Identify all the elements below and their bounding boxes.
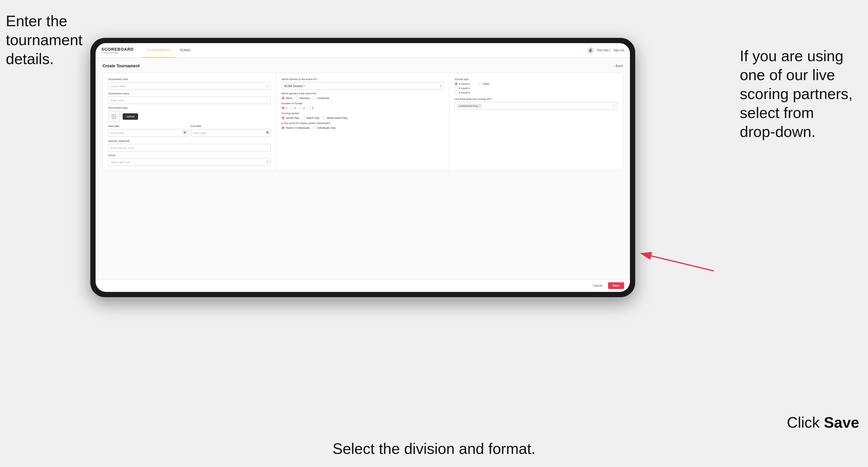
annotation-bottomright: Click Save [787,413,859,432]
host-input[interactable] [108,82,271,90]
individuals-option[interactable]: Individuals Only [313,126,336,129]
content-area: Create Tournament ‹ Back Tournament Host… [96,58,630,279]
round-2[interactable]: 2 [290,106,296,110]
svg-point-6 [113,115,113,116]
avatar: 👤 [587,47,594,54]
round-4[interactable]: 4 [308,106,313,110]
live-scoring-dropdown-icon: ▾ [613,104,615,107]
scoring-label: Scoring system [281,112,444,115]
radio-mens[interactable] [281,96,285,100]
radio-round-4[interactable] [308,106,311,110]
radio-stroke[interactable] [281,116,285,119]
annotation-topright: If you are using one of our live scoring… [740,46,862,141]
form-col-3: Format type 5 count 4 [449,73,623,170]
scoring-match[interactable]: Match Play [302,116,320,119]
teams-radio-group: Teams (+Individuals) Individuals Only [281,126,444,129]
radio-round-1[interactable] [281,106,285,110]
radio-6count4[interactable] [455,87,458,90]
scoring-stroke[interactable]: Stroke Play [281,116,299,119]
signout-link[interactable]: Sign out [613,49,624,52]
nav-bar: SCOREBOARD Powered by Clippit TOURNAMENT… [96,43,630,58]
gender-label: Which gender is the event for? [281,92,444,95]
format-options: 5 count 4 6 count 4 [455,82,470,95]
upload-button[interactable]: Upload [123,113,138,120]
logo-placeholder [108,111,120,122]
radio-round-3[interactable] [299,106,302,110]
page-header: Create Tournament ‹ Back [102,63,623,68]
radio-round-2[interactable] [290,106,293,110]
division-select[interactable]: NCAA Division I [281,82,444,90]
save-button[interactable]: Save [608,282,624,289]
start-date-input[interactable] [108,129,188,137]
other-option: Other [478,82,490,85]
teams-label: Is this event for Teams and/or Individua… [281,122,444,125]
radio-6count5[interactable] [455,91,458,94]
venue-label: Venue [108,154,271,157]
end-date-input[interactable] [191,129,271,137]
radio-teams[interactable] [281,126,285,129]
radio-other[interactable] [478,82,482,85]
logo-upload-area: Upload [108,111,271,122]
nav-logo-sub: Powered by Clippit [101,52,134,54]
cancel-button[interactable]: Cancel [590,282,605,289]
format-6count5[interactable]: 6 count 5 [455,91,470,94]
page-title: Create Tournament [102,63,140,68]
radio-5count4[interactable] [455,82,458,85]
format-6count4[interactable]: 6 count 4 [455,87,470,90]
nav-link-teams[interactable]: TEAMS [176,43,195,58]
nav-links: TOURNAMENTS TEAMS [143,43,195,58]
tablet-frame: SCOREBOARD Powered by Clippit TOURNAMENT… [90,38,635,297]
format-row-1: 5 count 4 [455,82,470,85]
radio-individuals[interactable] [313,126,316,129]
rounds-radio-group: 1 2 3 4 [281,106,444,110]
annotation-bottom: Select the division and format. [333,439,535,458]
end-date-field: End date 📅 [191,125,271,137]
sponsor-input[interactable] [108,144,271,152]
form-col-1: Tournament Host Tournament name Tourname… [103,73,276,170]
division-label: Which division is the event for? [281,78,444,81]
round-1[interactable]: 1 [281,106,287,110]
radio-combined[interactable] [313,96,316,100]
venue-input[interactable] [108,158,271,166]
radio-medal[interactable] [322,116,326,119]
user-label: Test User | [597,49,611,52]
rounds-label: Number of rounds [281,102,444,105]
end-date-label: End date [191,125,271,128]
nav-logo: SCOREBOARD Powered by Clippit [101,47,134,54]
round-3[interactable]: 3 [299,106,305,110]
scoring-medal[interactable]: Medal Match Play [322,116,348,119]
nav-link-tournaments[interactable]: TOURNAMENTS [143,43,176,58]
live-scoring-label: Use third-party live scoring API? [455,98,617,100]
format-row-2: 6 count 4 [455,87,470,90]
tablet-screen: SCOREBOARD Powered by Clippit TOURNAMENT… [96,43,630,292]
svg-line-4 [641,253,714,271]
back-link[interactable]: ‹ Back [614,64,623,68]
radio-match[interactable] [302,116,305,119]
logo-label: Tournament logo [108,106,271,109]
sponsor-label: Sponsor (optional) [108,139,271,143]
form-grid: Tournament Host Tournament name Tourname… [102,73,623,171]
start-date-field: Start date 📅 [108,125,188,137]
live-scoring-tag: Leaderboard King × [457,104,482,108]
gender-combined[interactable]: Combined [313,96,329,100]
host-label: Tournament Host [108,78,271,81]
format-5count4[interactable]: 5 count 4 [455,82,470,85]
calendar-icon-end: 📅 [266,131,269,134]
radio-womens[interactable] [295,96,298,100]
form-footer: Cancel Save [96,279,630,292]
live-scoring-input[interactable]: Leaderboard King × ▾ [455,102,617,110]
format-other[interactable]: Other [478,82,490,85]
teams-option[interactable]: Teams (+Individuals) [281,126,310,129]
format-type-label: Format type [455,78,617,81]
nav-right: 👤 Test User | Sign out [587,47,624,54]
format-row-3: 6 count 5 [455,91,470,94]
gender-womens[interactable]: Womens [295,96,310,100]
form-col-2: Which division is the event for? NCAA Di… [276,73,450,170]
start-date-label: Start date [108,125,188,128]
scoring-radio-group: Stroke Play Match Play Medal Match Play [281,116,444,119]
name-input[interactable] [108,96,271,104]
remove-tag-icon[interactable]: × [478,104,480,107]
name-label: Tournament name [108,92,271,95]
venue-dropdown-icon: ▾ [267,160,268,163]
gender-mens[interactable]: Mens [281,96,292,100]
